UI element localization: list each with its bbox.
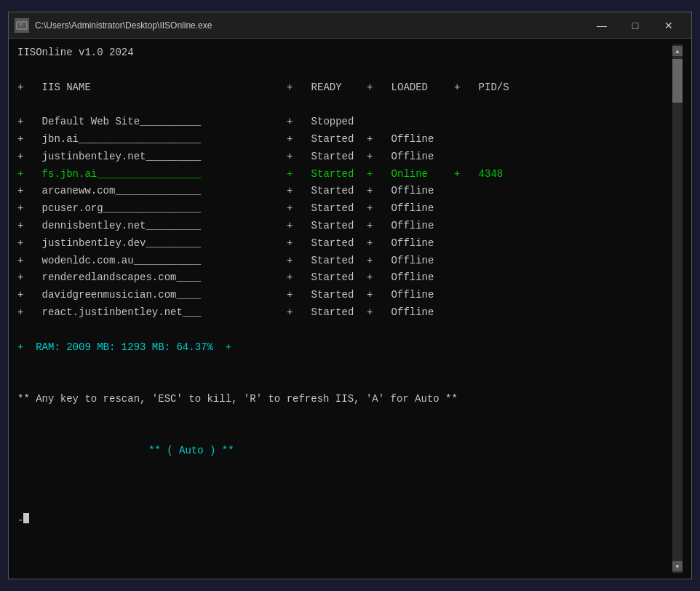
list-item: + arcaneww.com______________ + Started +… [17,183,672,200]
list-item: + Default Web Site__________ + Stopped [17,114,672,131]
list-item: + react.justinbentley.net___ + Started +… [17,304,672,322]
close-button[interactable]: ✕ [652,12,685,39]
titlebar: C:\Users\Administrator\Desktop\IISOnline… [9,12,691,39]
scroll-thumb[interactable] [672,59,683,103]
ram-line: + RAM: 2009 MB: 1293 MB: 64.37% + [17,339,672,357]
cursor [23,513,29,523]
col-name-header: + IIS NAME [17,79,287,97]
scrollbar[interactable]: ▲ ▼ [672,44,683,573]
scroll-track [672,56,683,561]
highlighted-loaded: + Online [367,166,454,183]
app-title-line: IISOnline v1.0 2024 [17,44,672,62]
spacer-3 [17,322,672,339]
cursor-line: - [17,512,672,530]
scroll-down-button[interactable]: ▼ [672,561,683,571]
auto-line: ** ( Auto ) ** [17,443,672,460]
spacer-10 [17,495,672,512]
terminal-window: C:\Users\Administrator\Desktop\IISOnline… [8,12,692,579]
list-item: + davidgreenmusician.com____ + Started +… [17,287,672,304]
ram-info: + RAM: 2009 MB: 1293 MB: 64.37% + [17,339,231,357]
spacer-7 [17,426,672,443]
list-item: + renderedlandscapes.com____ + Started +… [17,269,672,287]
scroll-up-button[interactable]: ▲ [672,46,683,56]
maximize-button[interactable]: □ [619,12,652,39]
help-text: ** Any key to rescan, 'ESC' to kill, 'R'… [17,391,458,408]
col-loaded-header: + LOADED [367,79,454,97]
spacer-9 [17,477,672,495]
minimize-button[interactable]: — [585,12,619,39]
list-item: + dennisbentley.net_________ + Started +… [17,218,672,235]
spacer-1 [17,62,672,79]
column-headers: + IIS NAME + READY + LOADED + PID/S [17,79,672,97]
highlighted-plus: + fs.jbn.ai_________________ [17,166,287,183]
highlighted-ready: + Started [287,166,367,183]
help-text-line: ** Any key to rescan, 'ESC' to kill, 'R'… [17,391,672,408]
spacer-8 [17,460,672,477]
auto-text: ** ( Auto ) ** [148,443,234,460]
app-icon [15,18,29,33]
spacer-5 [17,373,672,391]
spacer-6 [17,408,672,426]
console-content: IISOnline v1.0 2024 + IIS NAME + READY +… [17,44,672,573]
app-title: IISOnline v1.0 2024 [17,44,134,62]
list-item: + justinbentley.dev_________ + Started +… [17,235,672,253]
highlighted-pid: + 4348 [454,166,503,183]
list-item: + justinbentley.net_________ + Started +… [17,148,672,166]
window-controls: — □ ✕ [585,12,685,39]
list-item: + wodenldc.com.au___________ + Started +… [17,253,672,270]
list-item-highlighted: + fs.jbn.ai_________________ + Started +… [17,166,672,183]
col-pid-header: + PID/S [454,79,509,97]
console-area: IISOnline v1.0 2024 + IIS NAME + READY +… [9,39,691,579]
spacer-2 [17,96,672,114]
window-title: C:\Users\Administrator\Desktop\IISOnline… [35,20,585,31]
col-ready-header: + READY [287,79,367,97]
list-item: + pcuser.org________________ + Started +… [17,200,672,218]
list-item: + jbn.ai____________________ + Started +… [17,131,672,148]
spacer-4 [17,356,672,373]
